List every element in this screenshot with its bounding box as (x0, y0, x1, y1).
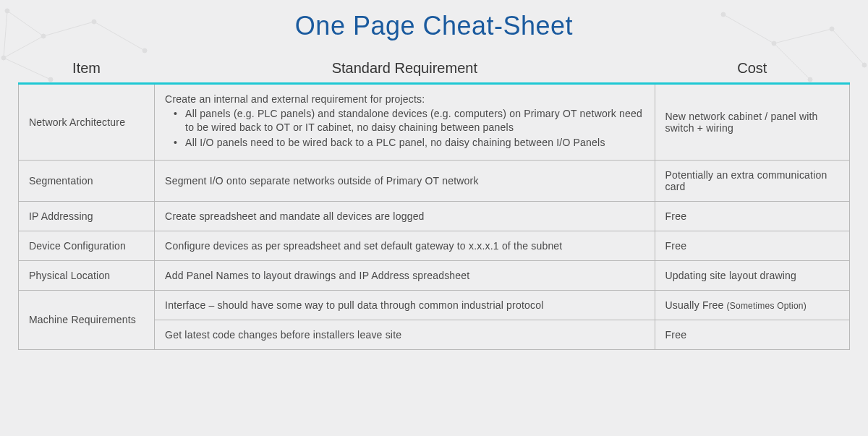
table-row: Machine Requirements Interface – should … (19, 290, 850, 320)
item-cell: Device Configuration (19, 231, 155, 260)
table-row: Physical Location Add Panel Names to lay… (19, 260, 850, 290)
column-header-item: Item (19, 54, 155, 84)
column-header-requirement: Standard Requirement (155, 54, 655, 84)
cost-text: Usually Free (665, 299, 727, 311)
cost-note: (Sometimes Option) (727, 301, 807, 311)
page-title: One Page Cheat-Sheet (18, 11, 850, 41)
item-cell: Machine Requirements (19, 290, 155, 349)
table-row: Segmentation Segment I/O onto separate n… (19, 160, 850, 201)
requirement-bullet: All panels (e.g. PLC panels) and standal… (171, 107, 644, 134)
requirement-intro: Create an internal and external requirem… (165, 93, 644, 105)
cost-cell: Usually Free (Sometimes Option) (655, 290, 849, 320)
item-cell: Physical Location (19, 260, 155, 290)
table-row: Network Architecture Create an internal … (19, 84, 850, 161)
cost-cell: Potentially an extra communication card (655, 160, 849, 201)
table-header-row: Item Standard Requirement Cost (19, 54, 850, 84)
cost-cell: Free (655, 231, 849, 260)
slide-container: One Page Cheat-Sheet Item Standard Requi… (0, 0, 868, 361)
requirement-cell: Segment I/O onto separate networks outsi… (155, 160, 655, 201)
requirement-cell: Interface – should have some way to pull… (155, 290, 655, 320)
requirement-bullet: All I/O panels need to be wired back to … (171, 136, 644, 150)
table-body: Network Architecture Create an internal … (19, 84, 850, 350)
cost-cell: Updating site layout drawing (655, 260, 849, 290)
cheat-sheet-table: Item Standard Requirement Cost Network A… (18, 54, 850, 350)
item-cell: Network Architecture (19, 84, 155, 161)
requirement-cell: Add Panel Names to layout drawings and I… (155, 260, 655, 290)
requirement-cell: Get latest code changes before installer… (155, 320, 655, 349)
requirement-list: All panels (e.g. PLC panels) and standal… (165, 107, 644, 150)
column-header-cost: Cost (655, 54, 849, 84)
requirement-cell: Create an internal and external requirem… (155, 84, 655, 161)
cost-cell: New network cabinet / panel with switch … (655, 84, 849, 161)
table-row: IP Addressing Create spreadsheet and man… (19, 201, 850, 231)
requirement-cell: Create spreadsheet and mandate all devic… (155, 201, 655, 231)
table-row: Device Configuration Configure devices a… (19, 231, 850, 260)
item-cell: Segmentation (19, 160, 155, 201)
cost-cell: Free (655, 320, 849, 349)
cost-cell: Free (655, 201, 849, 231)
requirement-cell: Configure devices as per spreadsheet and… (155, 231, 655, 260)
item-cell: IP Addressing (19, 201, 155, 231)
